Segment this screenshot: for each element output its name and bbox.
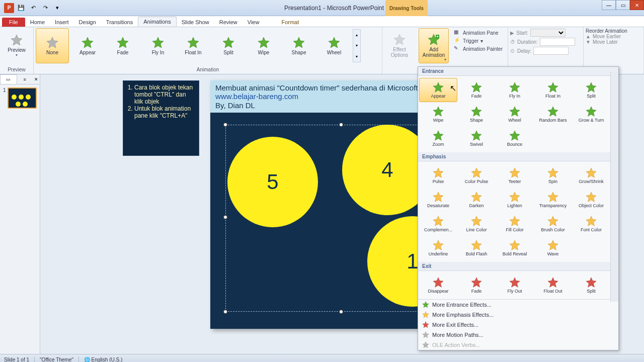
qat-dropdown[interactable]: ▾ [52,3,62,13]
tab-view[interactable]: View [243,18,265,27]
gal-grow-shrink[interactable]: Grow/Shrink [572,163,610,188]
gal-random-bars[interactable]: Random Bars [534,102,572,126]
trigger-button[interactable]: ⚡Trigger ▾ [454,37,503,44]
app-icon: P [4,3,14,13]
group-animation-gallery: NoneAppearFadeFly InFloat InSplitWipeSha… [34,27,382,74]
gal-desaturate[interactable]: Desaturate [419,188,457,212]
group-preview: Preview ▾ Preview [0,27,34,74]
gal-bold-reveal[interactable]: Bold Reveal [496,236,534,260]
gal-lighten[interactable]: Lighten [496,188,534,212]
gal-more-3[interactable]: More Motion Paths... [418,330,618,340]
gal-disappear[interactable]: Disappear [419,273,457,297]
gal-more-1[interactable]: More Emphasis Effects... [418,310,618,320]
tab-slideshow[interactable]: Slide Show [177,18,214,27]
tab-review[interactable]: Review [214,18,243,27]
status-slide: Slide 1 of 1 [4,357,29,362]
gal-wave[interactable]: Wave [534,236,572,260]
start-row[interactable]: ▶ Start: [510,28,581,37]
tab-design[interactable]: Design [74,18,101,27]
contextual-tab-group: Drawing Tools [385,0,428,16]
gal-fly-out[interactable]: Fly Out [496,273,534,297]
animation-pane-button[interactable]: ▦Animation Pane [454,29,503,36]
move-earlier-button[interactable]: ▲ Move Earlier [586,34,641,39]
tab-home[interactable]: Home [25,18,50,27]
notes-callout: Cara blok objek tekan tombol "CTRL" dan … [123,80,199,156]
slide-panel: ▭ ≡ ✕ 1 [0,74,40,354]
status-lang[interactable]: 🌐 English (U.S.) [84,357,122,362]
gal-teeter[interactable]: Teeter [496,163,534,188]
gal-underline[interactable]: Underline [419,236,457,260]
minimize-button[interactable]: — [602,0,616,10]
undo-button[interactable]: ↶ [28,3,38,13]
gal-more-0[interactable]: More Entrance Effects... [418,300,618,310]
tab-insert[interactable]: Insert [50,18,74,27]
gal-brush-color[interactable]: Brush Color [534,212,572,236]
gal-zoom[interactable]: Zoom [419,126,457,150]
gal-float-in[interactable]: Float In [534,78,572,102]
anim-wheel[interactable]: Wheel [317,28,351,63]
preview-button[interactable]: Preview ▾ [2,28,31,63]
effect-options-button[interactable]: Effect Options [384,28,415,63]
gal-more-2[interactable]: More Exit Effects... [418,320,618,330]
tab-transitions[interactable]: Transitions [101,18,138,27]
titlebar: P 💾 ↶ ↷ ▾ Presentation1 - Microsoft Powe… [0,0,644,16]
ribbon-tabs: File Home Insert Design Transitions Anim… [0,16,644,27]
anim-split[interactable]: Split [212,28,245,63]
animation-painter-button[interactable]: ✎Animation Painter [454,45,503,52]
close-panel[interactable]: ✕ [33,74,40,84]
gal-fade[interactable]: Fade [457,78,496,102]
gal-font-color[interactable]: Font Color [572,212,610,236]
gal-fly-in[interactable]: Fly In [496,78,534,102]
quick-access-toolbar: P 💾 ↶ ↷ ▾ [0,3,66,13]
gal-appear[interactable]: Appear [419,78,457,102]
duration-row[interactable]: ⏱ Duration: [510,37,581,46]
slide-link[interactable]: www.belajar-bareng.com [215,92,298,101]
gal-swivel[interactable]: Swivel [457,126,496,150]
gal-bold-flash[interactable]: Bold Flash [457,236,496,260]
anim-fly-in[interactable]: Fly In [141,28,175,63]
gal-transparency[interactable]: Transparency [534,188,572,212]
delay-row[interactable]: ⏲ Delay: [510,46,581,55]
gal-shape[interactable]: Shape [457,102,496,126]
gal-split[interactable]: Split [572,273,610,297]
group-effect-options: Effect Options [382,27,417,74]
window-title: Presentation1 - Microsoft PowerPoint [66,5,602,12]
maximize-button[interactable]: ▭ [616,0,630,10]
circle-5[interactable]: 5 [227,137,318,227]
gal-object-color[interactable]: Object Color [572,188,610,212]
gal-grow---turn[interactable]: Grow & Turn [572,102,610,126]
anim-float-in[interactable]: Float In [177,28,210,63]
save-button[interactable]: 💾 [16,3,26,13]
outline-tab[interactable]: ≡ [17,74,33,84]
add-animation-button[interactable]: Add Animation ▾ [419,28,449,63]
tab-format[interactable]: Format [276,18,304,27]
anim-wipe[interactable]: Wipe [247,28,280,63]
gal-spin[interactable]: Spin [534,163,572,188]
redo-button[interactable]: ↷ [40,3,50,13]
file-tab[interactable]: File [2,18,25,27]
slides-tab[interactable]: ▭ [0,74,17,84]
gal-wipe[interactable]: Wipe [419,102,457,126]
anim-appear[interactable]: Appear [71,28,104,63]
gal-split[interactable]: Split [572,78,610,102]
gal-float-out[interactable]: Float Out [534,273,572,297]
close-button[interactable]: ✕ [630,0,644,10]
statusbar: Slide 1 of 1 "Office Theme" 🌐 English (U… [0,354,644,362]
gal-fill-color[interactable]: Fill Color [496,212,534,236]
anim-shape[interactable]: Shape [282,28,315,63]
gallery-more-button[interactable]: ▴▾▾ [353,29,361,62]
gal-pulse[interactable]: Pulse [419,163,457,188]
gal-bounce[interactable]: Bounce [496,126,534,150]
gallery-scrollbar[interactable] [610,72,618,302]
gal-line-color[interactable]: Line Color [457,212,496,236]
tab-animations[interactable]: Animations [138,17,176,27]
anim-fade[interactable]: Fade [106,28,139,63]
gal-fade[interactable]: Fade [457,273,496,297]
gal-darken[interactable]: Darken [457,188,496,212]
gal-color-pulse[interactable]: Color Pulse [457,163,496,188]
move-later-button[interactable]: ▼ Move Later [586,39,641,45]
gal-complemen---[interactable]: Complemen... [419,212,457,236]
anim-none[interactable]: None [36,28,69,63]
gal-wheel[interactable]: Wheel [496,102,534,126]
slide-thumbnail-1[interactable]: 1 [3,87,37,109]
